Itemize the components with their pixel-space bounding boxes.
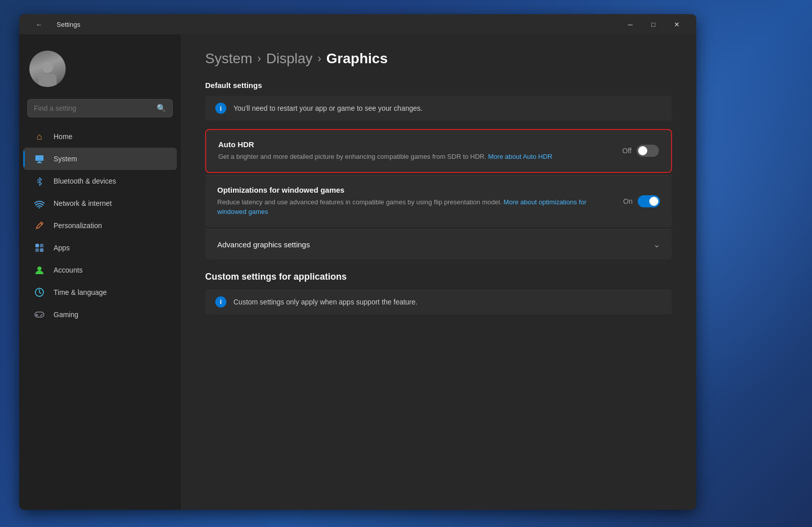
- default-settings-title: Default settings: [205, 81, 672, 90]
- nav-item-gaming[interactable]: Gaming: [23, 303, 177, 326]
- advanced-graphics-row[interactable]: Advanced graphics settings ⌄: [205, 230, 672, 259]
- nav-label-apps: Apps: [54, 244, 70, 252]
- svg-rect-0: [35, 155, 43, 161]
- auto-hdr-desc: Get a brighter and more detailed picture…: [218, 152, 612, 162]
- svg-rect-4: [35, 244, 39, 247]
- search-icon: 🔍: [157, 104, 166, 113]
- svg-point-3: [39, 207, 40, 209]
- svg-rect-6: [35, 248, 39, 252]
- windowed-games-info: Optimizations for windowed games Reduce …: [217, 186, 613, 217]
- auto-hdr-name: Auto HDR: [218, 140, 612, 149]
- accounts-icon: [33, 264, 45, 276]
- windowed-games-toggle-label: On: [623, 197, 633, 205]
- title-bar-left: ← Settings: [27, 16, 80, 32]
- restart-info-banner: i You'll need to restart your app or gam…: [205, 96, 672, 121]
- home-icon: ⌂: [33, 130, 45, 143]
- auto-hdr-link[interactable]: More about Auto HDR: [488, 153, 552, 160]
- svg-rect-5: [40, 244, 43, 247]
- time-icon: [33, 286, 45, 298]
- advanced-graphics-label: Advanced graphics settings: [217, 240, 310, 249]
- nav-label-network: Network & internet: [54, 199, 112, 207]
- nav-item-home[interactable]: ⌂ Home: [23, 125, 177, 148]
- nav-label-personalization: Personalization: [54, 222, 102, 230]
- avatar: [29, 51, 66, 87]
- nav-item-accounts[interactable]: Accounts: [23, 259, 177, 281]
- breadcrumb-sep-1: ›: [257, 52, 261, 65]
- bluetooth-icon: [33, 175, 45, 187]
- nav-label-gaming: Gaming: [54, 311, 78, 319]
- user-profile: [19, 42, 181, 99]
- auto-hdr-toggle-thumb: [638, 146, 647, 155]
- custom-info-icon: i: [215, 296, 226, 308]
- maximize-button[interactable]: □: [642, 16, 665, 32]
- personalization-icon: [33, 219, 45, 232]
- main-content: 🔍 ⌂ Home System: [19, 34, 696, 510]
- svg-rect-1: [38, 161, 41, 162]
- apps-icon: [33, 242, 45, 254]
- svg-rect-10: [35, 312, 44, 317]
- auto-hdr-info: Auto HDR Get a brighter and more detaile…: [218, 140, 612, 162]
- chevron-down-icon: ⌄: [653, 240, 660, 249]
- system-icon: [33, 153, 45, 165]
- svg-point-11: [41, 314, 42, 315]
- custom-settings-title: Custom settings for applications: [205, 272, 672, 282]
- nav-item-network[interactable]: Network & internet: [23, 192, 177, 214]
- auto-hdr-card: Auto HDR Get a brighter and more detaile…: [205, 129, 672, 173]
- breadcrumb-system[interactable]: System: [205, 51, 252, 67]
- nav-item-time[interactable]: Time & language: [23, 281, 177, 303]
- network-icon: [33, 197, 45, 209]
- minimize-button[interactable]: ─: [618, 16, 642, 32]
- nav-label-home: Home: [54, 133, 72, 141]
- windowed-games-desc: Reduce latency and use advanced features…: [217, 197, 613, 217]
- right-panel: System › Display › Graphics Default sett…: [181, 34, 696, 510]
- search-box[interactable]: 🔍: [27, 99, 173, 117]
- nav-item-personalization[interactable]: Personalization: [23, 214, 177, 237]
- nav-label-bluetooth: Bluetooth & devices: [54, 177, 116, 185]
- windowed-games-inner: Optimizations for windowed games Reduce …: [217, 186, 660, 217]
- title-bar: ← Settings ─ □ ✕: [19, 14, 696, 34]
- custom-settings-info-banner: i Custom settings only apply when apps s…: [205, 289, 672, 315]
- svg-point-12: [40, 315, 41, 316]
- auto-hdr-control: Off: [623, 145, 659, 157]
- back-button[interactable]: ←: [27, 16, 51, 32]
- nav-label-system: System: [54, 155, 77, 163]
- nav-item-system[interactable]: System: [23, 148, 177, 170]
- search-input[interactable]: [34, 104, 152, 112]
- auto-hdr-toggle[interactable]: [637, 145, 659, 157]
- breadcrumb-graphics: Graphics: [326, 51, 388, 67]
- info-icon: i: [215, 103, 226, 114]
- svg-rect-2: [37, 162, 42, 163]
- nav-item-bluetooth[interactable]: Bluetooth & devices: [23, 170, 177, 192]
- windowed-games-name: Optimizations for windowed games: [217, 186, 613, 194]
- close-button[interactable]: ✕: [665, 16, 688, 32]
- auto-hdr-inner: Auto HDR Get a brighter and more detaile…: [218, 140, 659, 162]
- sidebar: 🔍 ⌂ Home System: [19, 34, 181, 510]
- nav-item-apps[interactable]: Apps: [23, 237, 177, 259]
- windowed-games-toggle-thumb: [649, 197, 658, 206]
- window-controls: ─ □ ✕: [618, 16, 688, 32]
- breadcrumb: System › Display › Graphics: [205, 51, 672, 67]
- gaming-icon: [33, 309, 45, 321]
- window-title: Settings: [57, 21, 80, 28]
- nav-label-accounts: Accounts: [54, 266, 83, 274]
- breadcrumb-sep-2: ›: [318, 52, 321, 65]
- windowed-games-card: Optimizations for windowed games Reduce …: [205, 175, 672, 227]
- windowed-games-toggle[interactable]: [638, 195, 660, 207]
- restart-info-text: You'll need to restart your app or game …: [233, 104, 422, 112]
- auto-hdr-toggle-label: Off: [623, 147, 632, 155]
- breadcrumb-display[interactable]: Display: [266, 51, 313, 67]
- svg-point-8: [37, 267, 41, 271]
- nav-label-time: Time & language: [54, 288, 107, 296]
- windowed-games-control: On: [623, 195, 660, 207]
- custom-settings-info-text: Custom settings only apply when apps sup…: [233, 298, 417, 306]
- settings-window: ← Settings ─ □ ✕: [19, 14, 696, 510]
- svg-rect-7: [40, 248, 43, 252]
